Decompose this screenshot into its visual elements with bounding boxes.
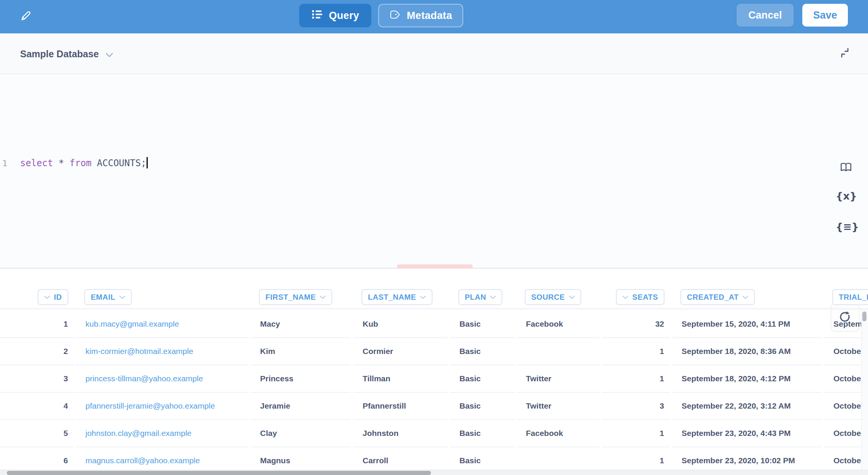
column-header-first_name[interactable]: FIRST_NAME — [259, 289, 332, 305]
cell-id[interactable]: 3 — [23, 365, 74, 393]
cancel-button[interactable]: Cancel — [737, 4, 794, 27]
cell-email[interactable]: kub.macy@gmail.example — [76, 311, 248, 338]
cell-last_name[interactable]: Johnston — [353, 420, 448, 447]
chevron-down-icon — [44, 296, 50, 299]
cell-id[interactable]: 5 — [23, 420, 74, 447]
cell-seats[interactable]: 1 — [602, 420, 670, 447]
snippets-icon[interactable]: {≡} — [836, 221, 859, 233]
chevron-down-icon — [490, 296, 496, 299]
column-header-label: ID — [54, 293, 62, 302]
cell-source[interactable] — [516, 338, 600, 365]
column-header-label: LAST_NAME — [368, 293, 416, 302]
text-caret — [147, 157, 148, 168]
cell-first_name[interactable]: Macy — [251, 311, 351, 338]
cell-first_name[interactable]: Jeramie — [251, 393, 351, 420]
cell-seats[interactable]: 1 — [602, 338, 670, 365]
vertical-scrollbar-track[interactable] — [861, 309, 868, 470]
cell-id[interactable]: 4 — [23, 393, 74, 420]
vertical-scrollbar-thumb[interactable] — [862, 311, 866, 321]
cell-plan[interactable]: Basic — [450, 393, 514, 420]
cell-seats[interactable]: 1 — [602, 365, 670, 393]
cell-email[interactable]: pfannerstill-jeramie@yahoo.example — [76, 393, 248, 420]
table-row: 5johnston.clay@gmail.exampleClayJohnston… — [0, 420, 868, 447]
cell-id[interactable]: 2 — [23, 338, 74, 365]
cell-plan[interactable]: Basic — [450, 365, 514, 393]
cell-created_at[interactable]: September 23, 2020, 4:43 PM — [672, 420, 822, 447]
cell-seats[interactable]: 3 — [602, 393, 670, 420]
column-header-label: CREATED_AT — [687, 293, 739, 302]
tab-metadata[interactable]: Metadata — [378, 4, 463, 27]
cell-first_name[interactable]: Kim — [251, 338, 351, 365]
column-header-seats[interactable]: SEATS — [616, 289, 664, 305]
cell-source[interactable]: Twitter — [516, 393, 600, 420]
data-reference-book-icon[interactable] — [839, 162, 853, 175]
column-header-label: TRIAL_E — [839, 293, 868, 302]
list-icon — [311, 9, 323, 23]
database-picker[interactable]: Sample Database — [20, 45, 113, 63]
database-bar: Sample Database — [0, 33, 868, 74]
cell-plan[interactable]: Basic — [450, 311, 514, 338]
save-button-label: Save — [813, 9, 837, 21]
column-header-label: SOURCE — [531, 293, 565, 302]
save-button[interactable]: Save — [802, 4, 848, 27]
cell-last_name[interactable]: Pfannerstill — [353, 393, 448, 420]
cell-email[interactable]: princess-tillman@yahoo.example — [76, 365, 248, 393]
column-header-created_at[interactable]: CREATED_AT — [680, 289, 755, 305]
table-row: 4pfannerstill-jeramie@yahoo.exampleJeram… — [0, 393, 868, 420]
cell-seats[interactable]: 32 — [602, 311, 670, 338]
cell-plan[interactable]: Basic — [450, 420, 514, 447]
column-header-label: FIRST_NAME — [265, 293, 316, 302]
sql-code-line[interactable]: select * from ACCOUNTS; — [20, 157, 148, 168]
sql-editor[interactable]: 1 select * from ACCOUNTS; {x} {≡} — [0, 75, 868, 269]
chevron-down-icon — [742, 296, 748, 299]
cell-created_at[interactable]: September 18, 2020, 4:12 PM — [672, 365, 822, 393]
header-separator — [0, 308, 868, 309]
column-header-label: EMAIL — [91, 293, 115, 302]
cell-created_at[interactable]: September 18, 2020, 8:36 AM — [672, 338, 822, 365]
table-row: 1kub.macy@gmail.exampleMacyKubBasicFaceb… — [0, 311, 868, 338]
table-row: 2kim-cormier@hotmail.exampleKimCormierBa… — [0, 338, 868, 365]
horizontal-scrollbar-thumb[interactable] — [7, 471, 431, 475]
cell-plan[interactable]: Basic — [450, 338, 514, 365]
column-header-plan[interactable]: PLAN — [458, 289, 502, 305]
chevron-down-icon — [320, 296, 326, 299]
pencil-icon — [20, 10, 32, 22]
column-header-email[interactable]: EMAIL — [84, 289, 132, 305]
cell-email[interactable]: johnston.clay@gmail.example — [76, 420, 248, 447]
column-header-id[interactable]: ID — [38, 289, 68, 305]
line-number: 1 — [2, 159, 7, 168]
database-picker-label: Sample Database — [20, 49, 99, 60]
chevron-down-icon — [119, 296, 125, 299]
tab-query-label: Query — [329, 10, 359, 22]
tab-query[interactable]: Query — [299, 4, 371, 27]
cell-last_name[interactable]: Cormier — [353, 338, 448, 365]
cell-first_name[interactable]: Princess — [251, 365, 351, 393]
column-header-source[interactable]: SOURCE — [525, 289, 581, 305]
cell-last_name[interactable]: Tillman — [353, 365, 448, 393]
cell-created_at[interactable]: September 15, 2020, 4:11 PM — [672, 311, 822, 338]
row-left-gutter — [0, 365, 24, 393]
cell-email[interactable]: kim-cormier@hotmail.example — [76, 338, 248, 365]
cell-source[interactable]: Facebook — [516, 311, 600, 338]
variables-icon[interactable]: {x} — [836, 190, 857, 202]
column-header-trial_e[interactable]: TRIAL_E — [832, 289, 868, 305]
cell-source[interactable]: Twitter — [516, 365, 600, 393]
collapse-editor-icon[interactable] — [839, 47, 851, 58]
cell-source[interactable]: Facebook — [516, 420, 600, 447]
editor-resize-handle[interactable] — [397, 264, 473, 269]
cell-last_name[interactable]: Kub — [353, 311, 448, 338]
column-header-label: PLAN — [465, 293, 486, 302]
row-left-gutter — [0, 393, 24, 420]
cell-first_name[interactable]: Clay — [251, 420, 351, 447]
cell-created_at[interactable]: September 22, 2020, 3:12 AM — [672, 393, 822, 420]
cell-id[interactable]: 1 — [23, 311, 74, 338]
tab-metadata-label: Metadata — [407, 10, 452, 22]
tag-icon — [389, 9, 401, 23]
row-left-gutter — [0, 420, 24, 447]
sql-token-identifier: ACCOUNTS; — [97, 158, 146, 168]
cancel-button-label: Cancel — [748, 9, 782, 21]
column-header-last_name[interactable]: LAST_NAME — [361, 289, 432, 305]
row-left-gutter — [0, 311, 24, 338]
chevron-down-icon — [622, 296, 628, 299]
row-left-gutter — [0, 338, 24, 365]
